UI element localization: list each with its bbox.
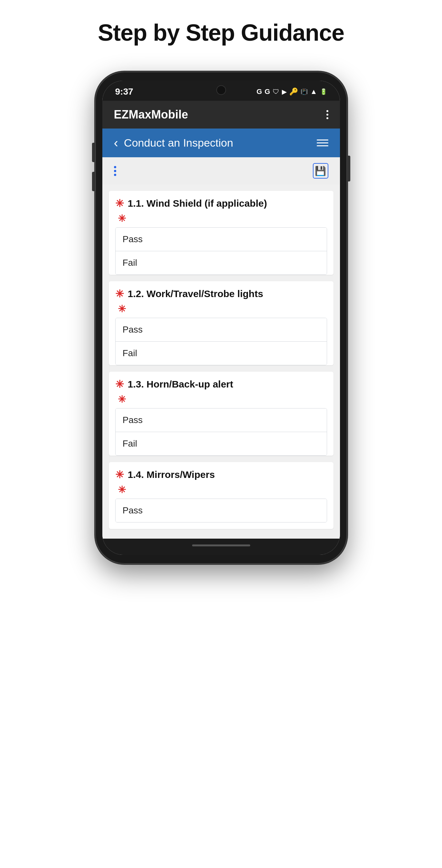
status-time: 9:37 [115, 87, 133, 97]
play-icon: ▶ [282, 88, 287, 96]
app-bar-more-button[interactable] [326, 110, 328, 119]
menu-dot-2 [326, 114, 328, 116]
item-sub-star-1-2: ✳ [118, 303, 327, 314]
content-area: ✳ 1.1. Wind Shield (if applicable) ✳ Pas… [102, 184, 340, 538]
required-star-1-1: ✳ [115, 198, 124, 209]
toolbar-dot-3 [114, 174, 116, 176]
phone-shell: 9:37 G G 🛡 ▶ 🔑 📳 ▲ 🔋 EZMaxMobile [95, 72, 347, 564]
item-header-1-2: ✳ 1.2. Work/Travel/Strobe lights [115, 288, 327, 299]
page-headline: Step by Step Guidance [98, 20, 344, 46]
item-title-1-2: 1.2. Work/Travel/Strobe lights [128, 288, 263, 299]
home-indicator [192, 545, 250, 547]
camera-notch [216, 85, 226, 95]
google-icon-2: G [265, 88, 270, 96]
hamburger-line-2 [317, 143, 328, 144]
save-button[interactable]: 💾 [313, 163, 328, 179]
status-icons: G G 🛡 ▶ 🔑 📳 ▲ 🔋 [256, 88, 327, 96]
pass-fail-group-1-1: Pass Fail [115, 227, 327, 275]
hamburger-line-1 [317, 140, 328, 141]
menu-dot-3 [326, 117, 328, 119]
app-bar: EZMaxMobile [102, 101, 340, 128]
back-button[interactable]: ‹ Conduct an Inspection [114, 135, 233, 150]
toolbar-more-button[interactable] [114, 166, 116, 176]
inspection-item-1-2: ✳ 1.2. Work/Travel/Strobe lights ✳ Pass … [109, 281, 334, 365]
nav-title: Conduct an Inspection [124, 136, 233, 149]
vibrate-icon: 📳 [301, 88, 308, 95]
required-star-1-3: ✳ [115, 379, 124, 390]
bottom-bar [102, 538, 340, 555]
status-bar: 9:37 G G 🛡 ▶ 🔑 📳 ▲ 🔋 [102, 81, 340, 101]
item-title-1-3: 1.3. Horn/Back-up alert [128, 379, 233, 390]
toolbar-dot-2 [114, 170, 116, 172]
shield-icon: 🛡 [273, 88, 279, 96]
pass-option-1-4[interactable]: Pass [116, 499, 327, 522]
save-icon: 💾 [315, 166, 326, 176]
google-icon-1: G [256, 88, 262, 96]
back-arrow-icon: ‹ [114, 135, 118, 150]
inspection-item-1-1: ✳ 1.1. Wind Shield (if applicable) ✳ Pas… [109, 191, 334, 275]
pass-option-1-1[interactable]: Pass [116, 228, 327, 251]
inspection-item-1-3: ✳ 1.3. Horn/Back-up alert ✳ Pass Fail [109, 372, 334, 456]
item-sub-star-1-1: ✳ [118, 213, 327, 224]
hamburger-menu-button[interactable] [317, 140, 328, 146]
wifi-icon: ▲ [310, 88, 317, 96]
app-title: EZMaxMobile [114, 108, 188, 121]
fail-option-1-3[interactable]: Fail [116, 432, 327, 455]
item-header-1-4: ✳ 1.4. Mirrors/Wipers [115, 469, 327, 480]
inspection-item-1-4: ✳ 1.4. Mirrors/Wipers ✳ Pass [109, 462, 334, 529]
nav-bar: ‹ Conduct an Inspection [102, 128, 340, 157]
pass-fail-group-1-2: Pass Fail [115, 318, 327, 365]
fail-option-1-1[interactable]: Fail [116, 251, 327, 275]
item-sub-star-1-4: ✳ [118, 484, 327, 495]
phone-screen: 9:37 G G 🛡 ▶ 🔑 📳 ▲ 🔋 EZMaxMobile [102, 81, 340, 555]
item-sub-star-1-3: ✳ [118, 394, 327, 405]
toolbar-dot-1 [114, 166, 116, 168]
key-icon: 🔑 [289, 88, 298, 96]
hamburger-line-3 [317, 145, 328, 146]
menu-dot-1 [326, 110, 328, 112]
fail-option-1-2[interactable]: Fail [116, 342, 327, 365]
item-title-1-4: 1.4. Mirrors/Wipers [128, 469, 215, 480]
pass-option-1-2[interactable]: Pass [116, 318, 327, 342]
toolbar: 💾 [102, 157, 340, 184]
item-header-1-1: ✳ 1.1. Wind Shield (if applicable) [115, 198, 327, 209]
pass-fail-group-1-3: Pass Fail [115, 408, 327, 456]
required-star-1-4: ✳ [115, 469, 124, 480]
pass-fail-group-1-4: Pass [115, 499, 327, 523]
pass-option-1-3[interactable]: Pass [116, 408, 327, 432]
item-title-1-1: 1.1. Wind Shield (if applicable) [128, 198, 267, 209]
battery-icon: 🔋 [320, 88, 327, 95]
item-header-1-3: ✳ 1.3. Horn/Back-up alert [115, 379, 327, 390]
required-star-1-2: ✳ [115, 289, 124, 299]
